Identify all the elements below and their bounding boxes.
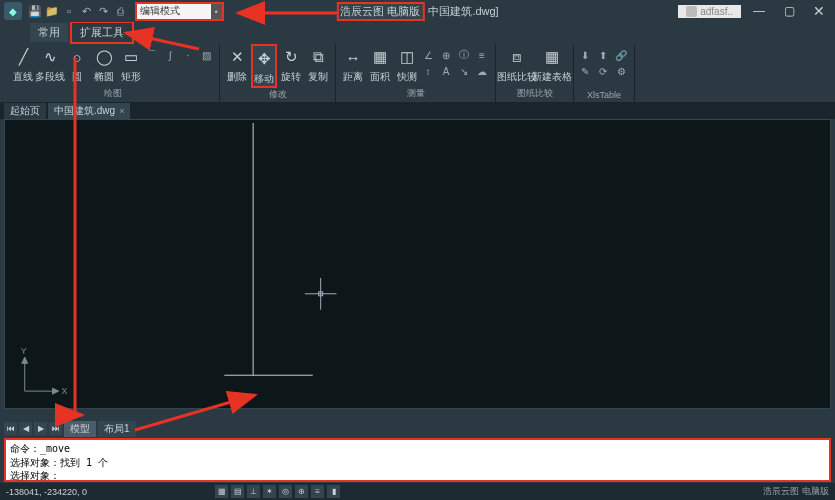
lwt-icon[interactable]: ≡ — [311, 485, 324, 498]
leader-icon[interactable]: ↘ — [457, 64, 471, 78]
status-bar: -138041, -234220, 0 ▦▤ ⊥✶ ◎⊕ ≡▮ 浩辰云图 电脑版 — [0, 483, 835, 500]
area-icon: ▦ — [369, 46, 391, 68]
otrack-icon[interactable]: ⊕ — [295, 485, 308, 498]
nav-last-icon[interactable]: ⏭ — [49, 422, 62, 435]
group-measure-label: 测量 — [407, 87, 425, 102]
polyline-icon: ∿ — [39, 46, 61, 68]
tool-rotate[interactable]: ↻旋转 — [278, 44, 304, 84]
cloud-icon[interactable]: ☁ — [475, 64, 489, 78]
user-chip[interactable]: adfasf.. — [678, 5, 741, 18]
tool-quick-measure[interactable]: ◫快测 — [394, 44, 420, 84]
tool-ellipse[interactable]: ◯椭圆 — [91, 44, 117, 84]
text-icon[interactable]: A — [439, 64, 453, 78]
delete-icon: ✕ — [226, 46, 248, 68]
drawing-canvas[interactable]: X Y — [4, 119, 831, 409]
xls-link-icon[interactable]: 🔗 — [614, 48, 628, 62]
app-name-badge: 浩辰云图 电脑版 — [336, 2, 424, 21]
group-xls-label: XlsTable — [587, 90, 621, 102]
line-icon: ╱ — [12, 46, 34, 68]
tool-copy[interactable]: ⧉复制 — [305, 44, 331, 84]
tool-new-table[interactable]: ▦新建表格 — [535, 44, 569, 84]
quick-icon: ◫ — [396, 46, 418, 68]
polar-icon[interactable]: ✶ — [263, 485, 276, 498]
nav-first-icon[interactable]: ⏮ — [4, 422, 17, 435]
doctab-close-icon[interactable]: × — [119, 106, 124, 116]
search-config-icon[interactable]: ▪ — [211, 4, 222, 19]
id-icon[interactable]: ⓘ — [457, 48, 471, 62]
snap-icon[interactable]: ▦ — [215, 485, 228, 498]
app-logo-icon: ◆ — [4, 2, 22, 20]
tool-line[interactable]: ╱直线 — [10, 44, 36, 84]
angle-icon[interactable]: ∠ — [421, 48, 435, 62]
print-icon[interactable]: ⎙ — [113, 4, 127, 18]
cmd-line-2: 选择对象：找到 1 个 — [10, 456, 825, 470]
xls-export-icon[interactable]: ⬆ — [596, 48, 610, 62]
osnap-icon[interactable]: ◎ — [279, 485, 292, 498]
measure-more-grid: ∠⊕ⓘ≡ ↕A↘☁ — [421, 44, 491, 78]
redo-icon[interactable]: ↷ — [96, 4, 110, 18]
tool-distance[interactable]: ↔距离 — [340, 44, 366, 84]
user-name: adfasf.. — [700, 6, 733, 17]
tool-rect[interactable]: ▭矩形 — [118, 44, 144, 84]
ortho-icon[interactable]: ⊥ — [247, 485, 260, 498]
coordinates: -138041, -234220, 0 — [6, 487, 87, 497]
ribbon: ╱直线 ∿多段线 ○圆 ◯椭圆 ▭矩形 ⌒∫·▨ 绘图 ✕删除 ✥移动 ↻旋转 … — [0, 42, 835, 102]
draw-more-grid: ⌒∫·▨ — [145, 44, 215, 62]
spline-icon[interactable]: ∫ — [163, 48, 177, 62]
dyn-icon[interactable]: ▮ — [327, 485, 340, 498]
table-icon: ▦ — [541, 46, 563, 68]
tool-circle[interactable]: ○圆 — [64, 44, 90, 84]
tab-model[interactable]: 模型 — [64, 421, 96, 437]
tool-polyline[interactable]: ∿多段线 — [37, 44, 63, 84]
tab-layout1[interactable]: 布局1 — [98, 421, 136, 437]
group-compare: ⧈图纸比较 ▦新建表格 图纸比较 — [496, 44, 574, 102]
group-draw: ╱直线 ∿多段线 ○圆 ◯椭圆 ▭矩形 ⌒∫·▨ 绘图 — [6, 44, 220, 102]
maximize-button[interactable]: ▢ — [777, 2, 801, 20]
nav-prev-icon[interactable]: ◀ — [19, 422, 32, 435]
grid-icon[interactable]: ▤ — [231, 485, 244, 498]
point-icon[interactable]: · — [181, 48, 195, 62]
search-input[interactable] — [137, 4, 211, 19]
hatch-icon[interactable]: ▨ — [199, 48, 213, 62]
list-icon[interactable]: ≡ — [475, 48, 489, 62]
search-container: ▪ — [135, 2, 224, 21]
doctab-file[interactable]: 中国建筑.dwg× — [48, 103, 130, 119]
distance-icon: ↔ — [342, 46, 364, 68]
document-tabs: 起始页 中国建筑.dwg× — [0, 102, 835, 119]
ucs-y-label: Y — [21, 346, 27, 356]
cmd-line-3: 选择对象： — [10, 469, 825, 483]
tool-compare[interactable]: ⧈图纸比较 — [500, 44, 534, 84]
xls-import-icon[interactable]: ⬇ — [578, 48, 592, 62]
minimize-button[interactable]: — — [747, 2, 771, 20]
save-icon[interactable]: 💾 — [28, 4, 42, 18]
undo-icon[interactable]: ↶ — [79, 4, 93, 18]
dim-icon[interactable]: ↕ — [421, 64, 435, 78]
group-modify: ✕删除 ✥移动 ↻旋转 ⧉复制 修改 — [220, 44, 336, 102]
xls-set-icon[interactable]: ⚙ — [614, 64, 628, 78]
tool-area[interactable]: ▦面积 — [367, 44, 393, 84]
folder-icon[interactable]: 📁 — [45, 4, 59, 18]
copy-icon: ⧉ — [307, 46, 329, 68]
status-brand: 浩辰云图 电脑版 — [763, 485, 829, 498]
status-toggles: ▦▤ ⊥✶ ◎⊕ ≡▮ — [215, 485, 340, 498]
compare-icon: ⧈ — [506, 46, 528, 68]
nav-next-icon[interactable]: ▶ — [34, 422, 47, 435]
model-layout-tabs: ⏮ ◀ ▶ ⏭ 模型 布局1 — [4, 420, 136, 437]
command-window[interactable]: 命令：_move 选择对象：找到 1 个 选择对象： 指定基点或 [位移(D)]… — [4, 438, 831, 482]
circle-icon: ○ — [66, 46, 88, 68]
tool-delete[interactable]: ✕删除 — [224, 44, 250, 84]
title-center: 浩辰云图 电脑版 中国建筑.dwg] — [336, 2, 498, 21]
close-button[interactable]: ✕ — [807, 2, 831, 20]
tab-extension-tools[interactable]: 扩展工具 — [70, 21, 134, 44]
arc-icon[interactable]: ⌒ — [145, 48, 159, 62]
tab-common[interactable]: 常用 — [30, 23, 68, 42]
quick-access-toolbar: 💾 📁 ▫ ↶ ↷ ⎙ — [28, 4, 127, 18]
file-icon[interactable]: ▫ — [62, 4, 76, 18]
group-draw-label: 绘图 — [104, 87, 122, 102]
coord-icon[interactable]: ⊕ — [439, 48, 453, 62]
doctab-start[interactable]: 起始页 — [4, 103, 46, 119]
xls-sync-icon[interactable]: ⟳ — [596, 64, 610, 78]
tool-move[interactable]: ✥移动 — [251, 44, 277, 88]
rect-icon: ▭ — [120, 46, 142, 68]
xls-edit-icon[interactable]: ✎ — [578, 64, 592, 78]
